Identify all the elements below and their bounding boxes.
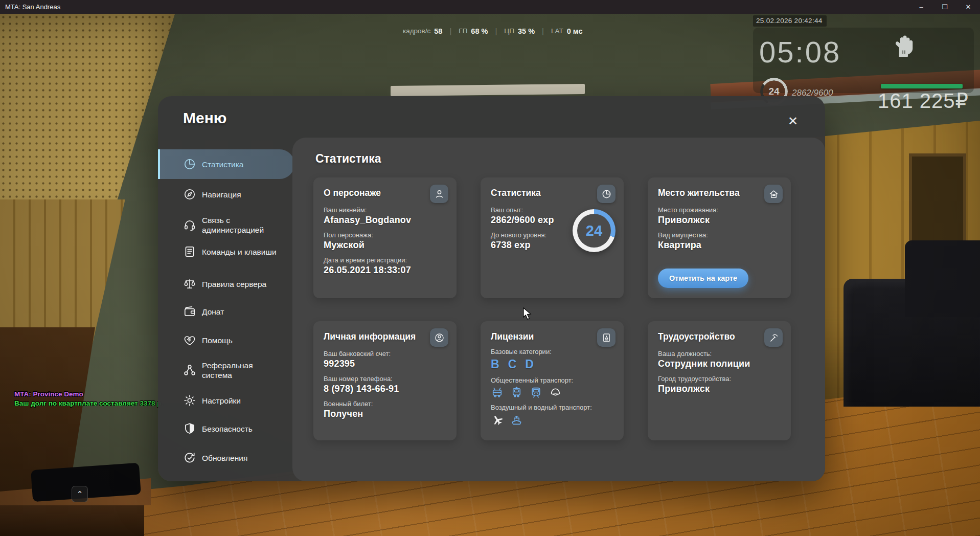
hotkey-chip[interactable]: ⌃: [72, 486, 88, 502]
pickaxe-icon: [764, 328, 783, 347]
document-list-icon: [183, 245, 196, 259]
divider: |: [542, 27, 544, 35]
game-clock: 05:08: [759, 35, 841, 69]
house-icon: [764, 185, 783, 203]
chat-log: MTA: Province Demo Ваш долг по квартплат…: [14, 390, 163, 408]
sidebar-item-security[interactable]: Безопасность: [158, 417, 292, 440]
latency-label: LAT: [551, 27, 563, 35]
level-progress-ring: 24: [573, 209, 616, 252]
category-c: C: [508, 358, 517, 371]
card-licenses: Лицензии Базовые категории: B C D Общест…: [481, 321, 624, 440]
latency-value: 0 мс: [567, 27, 583, 35]
chevron-up-icon: ⌃: [77, 489, 83, 499]
person-icon: [430, 185, 448, 203]
player-hud-panel: 05:08 24 2862/9600 161 225₽: [753, 28, 974, 93]
compass-icon: [183, 188, 196, 202]
divider: |: [495, 27, 497, 35]
card-personal-info: Личная информация Ваш банковский счет: 9…: [313, 321, 457, 440]
headset-icon: [183, 218, 196, 232]
refresh-check-icon: [183, 451, 196, 465]
card-character: О персонаже Ваш никнейм: Afanasy_Bogdano…: [313, 177, 457, 298]
content-title: Статистика: [315, 152, 381, 166]
card-statistics: Статистика Ваш опыт: 2862/9600 exp До но…: [481, 177, 624, 298]
sidebar-item-donate[interactable]: Донат: [158, 300, 292, 323]
sidebar-item-commands-keys[interactable]: Команды и клавиши: [158, 237, 292, 266]
public-transport-licenses: [491, 386, 617, 399]
sidebar-item-admin-contact[interactable]: Связь с администрацией: [158, 211, 292, 239]
cpu-label: ЦП: [504, 27, 514, 35]
id-card-icon: [597, 328, 616, 347]
window-title: MTA: San Andreas: [5, 3, 60, 11]
train-icon: [530, 386, 542, 399]
conductor-cap-icon: [549, 386, 562, 399]
license-categories: B C D: [491, 358, 617, 371]
gpu-label: ГП: [459, 27, 467, 35]
chat-line-debt: Ваш долг по квартплате составляет 3378 р…: [14, 399, 163, 408]
divider: |: [449, 27, 451, 35]
sidebar-item-updates[interactable]: Обновления: [158, 446, 292, 469]
sidebar-item-referral[interactable]: Реферальная система: [158, 356, 292, 385]
gear-icon: [183, 394, 196, 408]
card-residence: Место жительства Место проживания: Приво…: [648, 177, 791, 298]
tram-icon: [510, 386, 523, 399]
wallet-icon: [183, 305, 196, 319]
scales-icon: [183, 277, 196, 291]
minimize-button[interactable]: –: [909, 0, 933, 14]
chat-line-server: MTA: Province Demo: [14, 390, 163, 399]
sidebar-item-server-rules[interactable]: Правила сервера: [158, 273, 292, 295]
window-titlebar: MTA: San Andreas – ☐ ✕: [0, 0, 980, 14]
fps-value: 58: [434, 27, 442, 35]
ship-icon: [510, 413, 523, 426]
category-b: B: [491, 358, 499, 371]
window-controls: – ☐ ✕: [909, 0, 980, 14]
pie-chart-icon: [183, 158, 196, 171]
sidebar-item-statistics[interactable]: Статистика: [158, 149, 294, 179]
sidebar-item-help[interactable]: Помощь: [158, 329, 292, 351]
money-display: 161 225₽: [878, 89, 970, 113]
fps-label: кадров/с: [403, 27, 430, 35]
trolleybus-icon: [491, 386, 504, 399]
close-window-button[interactable]: ✕: [956, 0, 980, 14]
maximize-button[interactable]: ☐: [933, 0, 956, 14]
category-d: D: [525, 358, 534, 371]
share-nodes-icon: [183, 364, 196, 377]
datetime-display: 25.02.2026 20:42:44: [753, 15, 827, 27]
level-value: 24: [586, 222, 602, 239]
close-menu-button[interactable]: ✕: [784, 113, 802, 130]
gpu-value: 68 %: [471, 27, 488, 35]
mark-on-map-button[interactable]: Отметить на карте: [658, 269, 748, 288]
pie-chart-icon: [597, 185, 616, 203]
card-employment: Трудоустройство Ваша должность: Сотрудни…: [648, 321, 791, 440]
cpu-value: 35 %: [518, 27, 535, 35]
sidebar-item-settings[interactable]: Настройки: [158, 389, 292, 412]
person-circle-icon: [430, 328, 448, 347]
performance-hud: кадров/с58 | ГП68 % | ЦП35 % | LAT0 мс: [403, 27, 582, 35]
exp-progress-bar: [881, 84, 963, 88]
main-menu-panel: Меню ✕ Статистика Навигация Связь с адми…: [158, 96, 825, 481]
heart-handshake-icon: [183, 333, 196, 347]
plane-icon: [488, 411, 506, 429]
air-water-transport-licenses: [491, 413, 617, 426]
mouse-cursor: [522, 307, 533, 321]
fist-icon: [892, 31, 916, 60]
menu-sidebar: Статистика Навигация Связь с администрац…: [158, 96, 292, 481]
sidebar-item-navigation[interactable]: Навигация: [158, 183, 292, 206]
menu-content-panel: Статистика О персонаже Ваш никнейм: Afan…: [292, 138, 825, 481]
shield-icon: [183, 422, 196, 436]
